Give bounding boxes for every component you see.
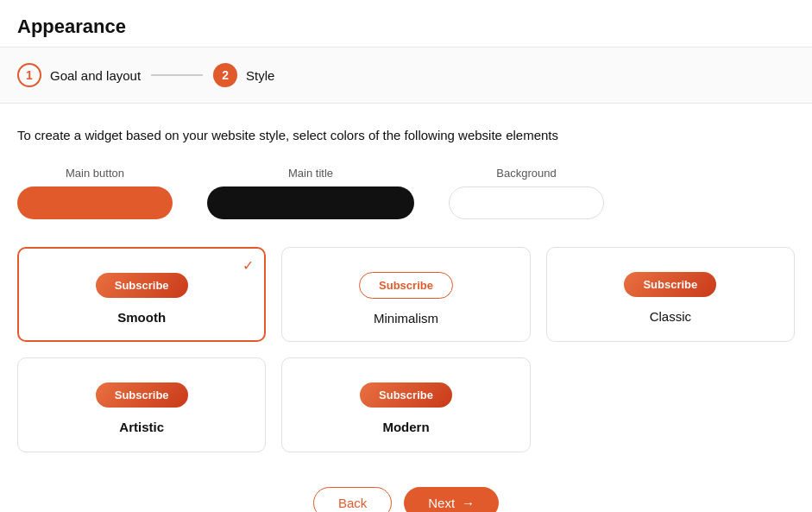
step-2[interactable]: 2 Style <box>213 63 274 87</box>
step-2-circle: 2 <box>213 63 237 87</box>
color-selectors: Main button Main title Background <box>17 167 795 219</box>
classic-subscribe-button[interactable]: Subscribe <box>624 272 716 297</box>
check-icon: ✓ <box>242 257 254 274</box>
minimalism-subscribe-button[interactable]: Subscribe <box>359 272 453 299</box>
smooth-label: Smooth <box>117 310 166 325</box>
color-selector-background: Background <box>449 167 604 219</box>
artistic-subscribe-button[interactable]: Subscribe <box>96 382 188 408</box>
style-card-smooth[interactable]: ✓ Subscribe Smooth <box>17 247 266 342</box>
back-button[interactable]: Back <box>313 487 392 512</box>
main-button-swatch[interactable] <box>17 186 173 219</box>
style-card-modern[interactable]: Subscribe Modern <box>281 357 530 452</box>
step-1-circle: 1 <box>17 63 41 87</box>
stepper-bar: 1 Goal and layout 2 Style <box>0 47 812 104</box>
step-2-label: Style <box>246 68 274 83</box>
modern-subscribe-button[interactable]: Subscribe <box>360 382 452 408</box>
style-grid-row1: ✓ Subscribe Smooth Subscribe Minimalism … <box>17 247 795 342</box>
main-title-label: Main title <box>288 167 333 180</box>
background-label: Background <box>496 167 556 180</box>
style-card-minimalism[interactable]: Subscribe Minimalism <box>281 247 530 342</box>
color-selector-main-title: Main title <box>207 167 414 219</box>
next-label: Next <box>428 496 455 510</box>
style-card-artistic[interactable]: Subscribe Artistic <box>17 357 266 452</box>
footer-actions: Back Next → <box>17 478 795 512</box>
classic-label: Classic <box>650 309 691 324</box>
color-selector-main-button: Main button <box>17 167 173 219</box>
section-description: To create a widget based on your website… <box>17 128 795 142</box>
page-title: Appearance <box>0 0 812 47</box>
minimalism-label: Minimalism <box>374 311 438 326</box>
main-button-label: Main button <box>66 167 124 180</box>
background-swatch[interactable] <box>449 186 604 219</box>
step-1-label: Goal and layout <box>50 68 141 83</box>
smooth-subscribe-button[interactable]: Subscribe <box>96 273 188 298</box>
next-arrow-icon: → <box>462 496 475 510</box>
next-button[interactable]: Next → <box>404 487 499 512</box>
style-grid-row2: Subscribe Artistic Subscribe Modern <box>17 357 795 452</box>
style-card-classic[interactable]: Subscribe Classic <box>546 247 795 342</box>
modern-label: Modern <box>382 420 429 434</box>
artistic-label: Artistic <box>119 420 164 434</box>
step-connector <box>151 74 203 76</box>
step-1[interactable]: 1 Goal and layout <box>17 63 141 87</box>
main-title-swatch[interactable] <box>207 186 414 219</box>
